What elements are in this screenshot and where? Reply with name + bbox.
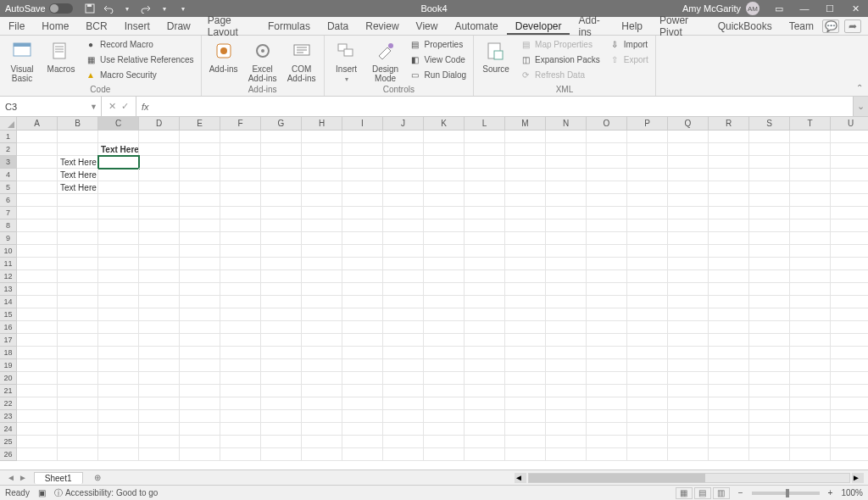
cell-M12[interactable] xyxy=(505,270,546,283)
cell-P10[interactable] xyxy=(627,245,668,258)
expansion-packs-button[interactable]: ◫Expansion Packs xyxy=(518,53,602,66)
cell-J5[interactable] xyxy=(383,181,424,194)
cell-I18[interactable] xyxy=(342,347,383,359)
col-header-H[interactable]: H xyxy=(302,117,342,130)
cell-K23[interactable] xyxy=(424,410,465,423)
cell-R26[interactable] xyxy=(709,448,749,461)
cancel-icon[interactable]: ✕ xyxy=(108,101,116,112)
cell-J16[interactable] xyxy=(383,321,424,334)
cell-S14[interactable] xyxy=(749,296,790,308)
cell-U8[interactable] xyxy=(831,219,868,232)
cell-T16[interactable] xyxy=(790,321,831,334)
cell-B25[interactable] xyxy=(58,436,98,448)
cell-K16[interactable] xyxy=(424,321,465,334)
cell-R24[interactable] xyxy=(709,423,749,436)
cell-D5[interactable] xyxy=(139,181,180,194)
tab-developer[interactable]: Developer xyxy=(507,18,570,35)
cell-M8[interactable] xyxy=(505,219,546,232)
cell-U11[interactable] xyxy=(831,258,868,270)
cell-K11[interactable] xyxy=(424,258,465,270)
cell-F25[interactable] xyxy=(220,436,261,448)
col-header-R[interactable]: R xyxy=(709,117,749,130)
cell-S24[interactable] xyxy=(749,423,790,436)
cell-R1[interactable] xyxy=(709,131,749,143)
cell-O18[interactable] xyxy=(587,347,627,359)
cell-B15[interactable] xyxy=(58,308,98,321)
cell-I13[interactable] xyxy=(342,283,383,296)
cell-M4[interactable] xyxy=(505,169,546,181)
cell-U3[interactable] xyxy=(831,156,868,169)
cell-M18[interactable] xyxy=(505,347,546,359)
cell-G1[interactable] xyxy=(261,131,302,143)
cell-I2[interactable] xyxy=(342,143,383,156)
cell-S9[interactable] xyxy=(749,232,790,245)
cell-D21[interactable] xyxy=(139,385,180,397)
cell-D22[interactable] xyxy=(139,397,180,410)
cell-B4[interactable]: Text Here xyxy=(58,169,98,181)
cell-F21[interactable] xyxy=(220,385,261,397)
cell-R17[interactable] xyxy=(709,334,749,347)
col-header-K[interactable]: K xyxy=(424,117,465,130)
cell-R21[interactable] xyxy=(709,385,749,397)
cell-L17[interactable] xyxy=(465,334,505,347)
cell-B12[interactable] xyxy=(58,270,98,283)
row-header-26[interactable]: 26 xyxy=(0,448,17,461)
cell-D4[interactable] xyxy=(139,169,180,181)
cell-M6[interactable] xyxy=(505,194,546,207)
sheet-next-icon[interactable]: ► xyxy=(19,473,27,482)
cell-R8[interactable] xyxy=(709,219,749,232)
cell-N10[interactable] xyxy=(546,245,587,258)
cell-J12[interactable] xyxy=(383,270,424,283)
cell-D11[interactable] xyxy=(139,258,180,270)
cell-L21[interactable] xyxy=(465,385,505,397)
cell-F8[interactable] xyxy=(220,219,261,232)
cell-O16[interactable] xyxy=(587,321,627,334)
cell-N23[interactable] xyxy=(546,410,587,423)
cell-E17[interactable] xyxy=(180,334,220,347)
cell-F1[interactable] xyxy=(220,131,261,143)
cell-R11[interactable] xyxy=(709,258,749,270)
cell-F23[interactable] xyxy=(220,410,261,423)
cell-O6[interactable] xyxy=(587,194,627,207)
cell-I19[interactable] xyxy=(342,359,383,372)
cell-A1[interactable] xyxy=(17,131,58,143)
page-layout-view-icon[interactable]: ▤ xyxy=(694,487,711,499)
cell-K25[interactable] xyxy=(424,436,465,448)
minimize-icon[interactable]: — xyxy=(792,0,817,17)
cell-A9[interactable] xyxy=(17,232,58,245)
cell-A4[interactable] xyxy=(17,169,58,181)
cell-S5[interactable] xyxy=(749,181,790,194)
fx-label[interactable]: fx xyxy=(136,97,154,116)
cell-G14[interactable] xyxy=(261,296,302,308)
cell-Q11[interactable] xyxy=(668,258,709,270)
cell-K24[interactable] xyxy=(424,423,465,436)
cell-G20[interactable] xyxy=(261,372,302,385)
cell-M20[interactable] xyxy=(505,372,546,385)
cell-B17[interactable] xyxy=(58,334,98,347)
cell-S18[interactable] xyxy=(749,347,790,359)
cell-P19[interactable] xyxy=(627,359,668,372)
cell-M15[interactable] xyxy=(505,308,546,321)
cell-P15[interactable] xyxy=(627,308,668,321)
cell-H14[interactable] xyxy=(302,296,342,308)
cell-F3[interactable] xyxy=(220,156,261,169)
cell-L20[interactable] xyxy=(465,372,505,385)
cell-L22[interactable] xyxy=(465,397,505,410)
cell-D3[interactable] xyxy=(139,156,180,169)
cell-G22[interactable] xyxy=(261,397,302,410)
cell-O24[interactable] xyxy=(587,423,627,436)
cell-E25[interactable] xyxy=(180,436,220,448)
cell-U7[interactable] xyxy=(831,207,868,219)
undo-dropdown-icon[interactable]: ▾ xyxy=(120,2,134,15)
tab-quickbooks[interactable]: QuickBooks xyxy=(709,18,781,35)
cell-B11[interactable] xyxy=(58,258,98,270)
cell-U2[interactable] xyxy=(831,143,868,156)
cell-I24[interactable] xyxy=(342,423,383,436)
zoom-level[interactable]: 100% xyxy=(841,488,863,497)
cell-Q6[interactable] xyxy=(668,194,709,207)
cell-B20[interactable] xyxy=(58,372,98,385)
cell-K8[interactable] xyxy=(424,219,465,232)
cell-C24[interactable] xyxy=(98,423,139,436)
cell-N20[interactable] xyxy=(546,372,587,385)
cell-C8[interactable] xyxy=(98,219,139,232)
